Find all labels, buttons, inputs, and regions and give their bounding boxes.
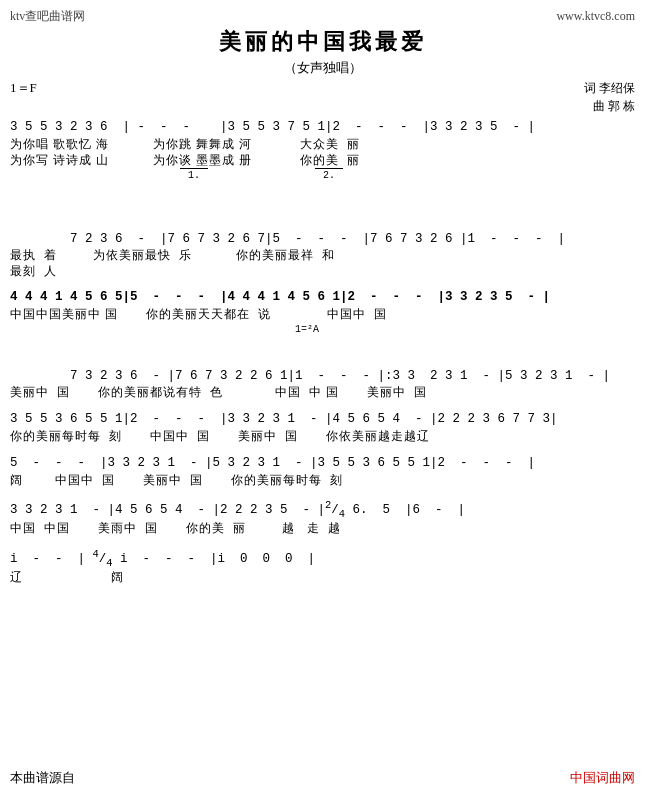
score-row-8: i - - | 4/4 i - - - |i 0 0 0 | 辽 阔 <box>10 547 635 586</box>
lyric-4a: 美丽中 国 你的美丽都说有特 色 中国 中 国 美丽中 国 <box>10 385 635 401</box>
notation-1: 3 5 5 3 2 3 6 | - - - |3 5 5 3 7 5 1|2 -… <box>10 119 635 137</box>
title-area: 美丽的中国我最爱 （女声独唱） <box>10 27 635 77</box>
score-row-6: 5 - - - |3 3 2 3 1 - |5 3 2 3 1 - |3 5 5… <box>10 455 635 489</box>
notation-7: 3 3 2 3 1 - |4 5 6 5 4 - |2 2 2 3 5 - |2… <box>10 498 635 521</box>
lyric-1b: 为你写 诗诗成 山 为你谈 墨墨成 册 你的美 丽 <box>10 153 635 169</box>
info-row: 1＝F 词 李绍保曲 郭 栋 <box>10 79 635 115</box>
lyric-7a: 中国 中国 美雨中 国 你的美 丽 越 走 越 <box>10 521 635 537</box>
score-row-2: 1. 2. 7 2 3 6 - |7 6 7 3 2 6 7|5 - - - |… <box>10 178 635 279</box>
notation-6: 5 - - - |3 3 2 3 1 - |5 3 2 3 1 - |3 5 5… <box>10 455 635 473</box>
score-row-4: 1=²A 7 3 2 3 6 - |7 6 7 3 2 2 6 1|1 - - … <box>10 333 635 401</box>
notation-4: 1=²A 7 3 2 3 6 - |7 6 7 3 2 2 6 1|1 - - … <box>10 333 635 386</box>
lyric-5a: 你的美丽每时每 刻 中国中 国 美丽中 国 你依美丽越走越辽 <box>10 429 635 445</box>
score-row-7: 3 3 2 3 1 - |4 5 6 5 4 - |2 2 2 3 5 - |2… <box>10 498 635 537</box>
site-left: ktv查吧曲谱网 <box>10 8 85 25</box>
score-row-3: 4 4 4 1 4 5 6 5|5 - - - |4 4 4 1 4 5 6 1… <box>10 289 635 323</box>
page: ktv查吧曲谱网 www.ktvc8.com 美丽的中国我最爱 （女声独唱） 1… <box>0 0 645 795</box>
lyric-2a: 最执 着 为依美丽最快 乐 你的美丽最祥 和 <box>10 248 635 264</box>
site-right: www.ktvc8.com <box>556 9 635 24</box>
bottom-right-text: 中国词曲网 <box>570 769 635 787</box>
notation-5: 3 5 5 3 6 5 5 1|2 - - - |3 3 2 3 1 - |4 … <box>10 411 635 429</box>
sub-title: （女声独唱） <box>10 59 635 77</box>
lyric-8a: 辽 阔 <box>10 570 635 586</box>
notation-2: 1. 2. 7 2 3 6 - |7 6 7 3 2 6 7|5 - - - |… <box>10 178 635 248</box>
bottom-bar: 本曲谱源自 中国词曲网 <box>10 769 635 787</box>
music-content: 3 5 5 3 2 3 6 | - - - |3 5 5 3 7 5 1|2 -… <box>10 119 635 586</box>
lyric-6a: 阔 中国中 国 美丽中 国 你的美丽每时每 刻 <box>10 473 635 489</box>
author-info: 词 李绍保曲 郭 栋 <box>584 79 635 115</box>
top-bar: ktv查吧曲谱网 www.ktvc8.com <box>10 8 635 25</box>
lyric-2b: 最刻 人 <box>10 264 635 280</box>
bottom-left-text: 本曲谱源自 <box>10 769 75 787</box>
lyric-1a: 为你唱 歌歌忆 海 为你跳 舞舞成 河 大众美 丽 <box>10 137 635 153</box>
score-row-5: 3 5 5 3 6 5 5 1|2 - - - |3 3 2 3 1 - |4 … <box>10 411 635 445</box>
main-title: 美丽的中国我最爱 <box>10 27 635 57</box>
key-signature: 1＝F <box>10 79 37 115</box>
score-row-1: 3 5 5 3 2 3 6 | - - - |3 5 5 3 7 5 1|2 -… <box>10 119 635 168</box>
notation-3: 4 4 4 1 4 5 6 5|5 - - - |4 4 4 1 4 5 6 1… <box>10 289 635 307</box>
lyric-3a: 中国中国美丽中 国 你的美丽天天都在 说 中国中 国 <box>10 307 635 323</box>
notation-8: i - - | 4/4 i - - - |i 0 0 0 | <box>10 547 635 570</box>
